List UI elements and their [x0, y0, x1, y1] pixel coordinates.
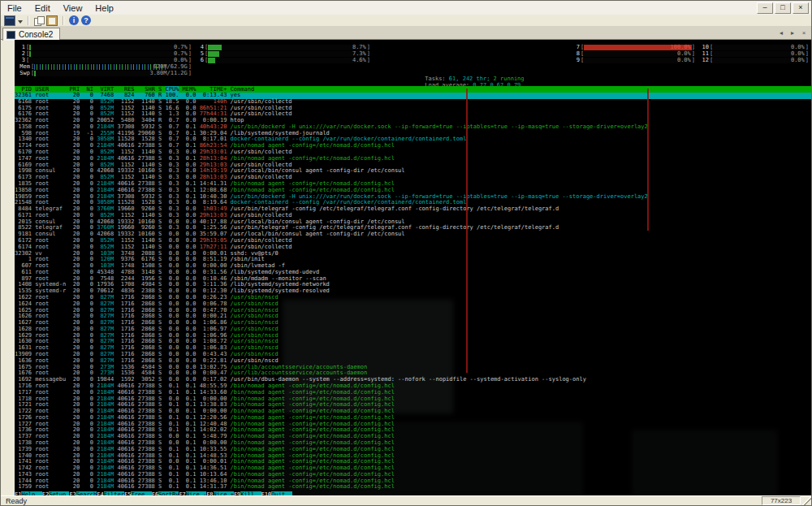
cpu-meter-12: 12[0.0%] — [701, 57, 809, 63]
scroll-right-icon[interactable]: ▸ — [788, 28, 797, 37]
minimize-button[interactable]: – — [757, 2, 773, 14]
close-tab-icon[interactable]: × — [800, 28, 808, 37]
toolbar-separator — [28, 16, 29, 25]
cpu-meter-7: 7[100.0%] — [572, 44, 695, 50]
info-icon[interactable]: i — [69, 15, 79, 25]
menu-item-help[interactable]: Help — [89, 2, 120, 14]
cpu-meter-2: 2[0.7%] — [17, 50, 192, 57]
console-viewport[interactable]: 1[0.7%]2[0.7%]3[0.0%]4[8.7%]5[7.3%]6[4.6… — [15, 40, 811, 499]
toolbar: i? — [1, 15, 811, 26]
new-console-icon[interactable] — [4, 15, 15, 26]
cpu-meter-3: 3[0.0%] — [17, 57, 192, 63]
console-tab-icon — [6, 31, 15, 39]
window-controls: –□× — [757, 2, 809, 14]
menu-item-edit[interactable]: Edit — [28, 2, 57, 14]
htop-table-header[interactable]: PID USER PRI NI VIRT RES SHR S CPU% MEM%… — [15, 86, 811, 93]
tab-bar: Console2 ◂▸× — [1, 26, 811, 40]
cpu-meter-8: 8[0.0%] — [572, 50, 695, 57]
copy-icon[interactable] — [34, 16, 44, 25]
cpu-meter-1: 1[0.7%] — [17, 44, 192, 50]
tab-console2[interactable]: Console2 — [2, 28, 60, 41]
tab-label: Console2 — [19, 30, 53, 39]
cpu-meter-6: 6[4.6%] — [196, 57, 370, 63]
menu-items: FileEditViewHelp — [1, 2, 120, 14]
console-dropdown-icon[interactable] — [18, 20, 23, 24]
paste-icon[interactable] — [46, 15, 58, 26]
maximize-button[interactable]: □ — [775, 2, 791, 14]
help-icon[interactable]: ? — [81, 15, 91, 25]
cpu-meter-5: 5[7.3%] — [196, 50, 370, 57]
toolbar-badges: i? — [69, 15, 91, 25]
cpu-meter-4: 4[8.7%] — [196, 44, 370, 50]
console2-window: FileEditViewHelp –□× i? Console2 ◂▸× 1[0… — [0, 0, 812, 506]
tab-controls: ◂▸× — [777, 28, 808, 37]
status-bar: Ready 77x223 — [1, 495, 811, 505]
htop-process-list: 32361 root 20 0 7468 824 760 R 100. 0.0 … — [15, 93, 811, 491]
scroll-left-icon[interactable]: ◂ — [777, 28, 785, 37]
toolbar-separator — [63, 16, 64, 25]
resize-grip[interactable] — [802, 497, 811, 505]
close-button[interactable]: × — [793, 2, 809, 14]
cpu-meter-10: 10[0.0%] — [701, 44, 809, 50]
mem-meter: Mem[620M/62.9G] — [17, 63, 192, 70]
menu-item-file[interactable]: File — [1, 2, 28, 14]
cpu-meter-11: 11[0.0%] — [701, 50, 809, 57]
menu-item-view[interactable]: View — [57, 2, 89, 14]
menu-bar: FileEditViewHelp — [1, 1, 811, 15]
terminal-size-indicator: 77x223 — [762, 496, 801, 505]
process-row[interactable]: 1759 root 20 0 2184M 40616 27388 S 0.1 0… — [15, 484, 811, 491]
swp-meter: Swp[3.80M/11.2G] — [17, 70, 192, 76]
cpu-meter-9: 9[0.0%] — [572, 57, 695, 63]
status-text: Ready — [1, 497, 762, 505]
